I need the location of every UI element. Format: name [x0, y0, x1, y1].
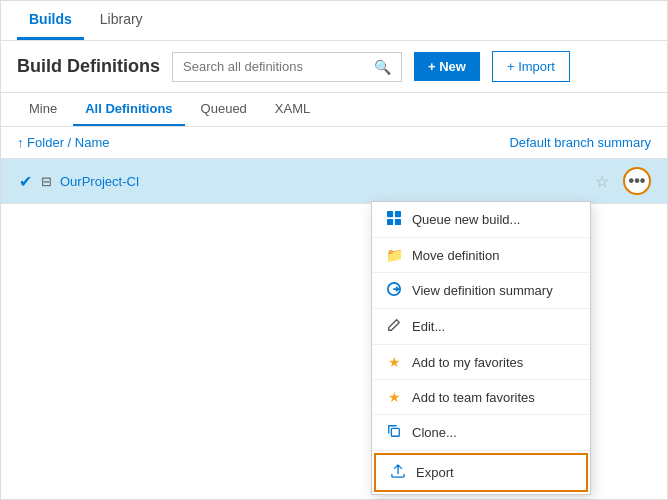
- menu-item-edit[interactable]: Edit...: [372, 309, 590, 345]
- search-input[interactable]: [183, 59, 368, 74]
- page-title: Build Definitions: [17, 56, 160, 77]
- top-tabs: Builds Library: [1, 1, 667, 41]
- tab-mine[interactable]: Mine: [17, 93, 69, 126]
- favorite-star-icon[interactable]: ☆: [595, 172, 609, 191]
- view-summary-icon: [386, 282, 402, 299]
- add-my-favorites-label: Add to my favorites: [412, 355, 523, 370]
- export-icon: [390, 464, 406, 481]
- context-menu: Queue new build... 📁 Move definition Vie…: [371, 201, 591, 495]
- move-definition-icon: 📁: [386, 247, 402, 263]
- edit-label: Edit...: [412, 319, 445, 334]
- clone-label: Clone...: [412, 425, 457, 440]
- tab-queued[interactable]: Queued: [189, 93, 259, 126]
- export-label: Export: [416, 465, 454, 480]
- app-container: Builds Library Build Definitions 🔍 + New…: [0, 0, 668, 500]
- menu-item-queue-build[interactable]: Queue new build...: [372, 202, 590, 238]
- svg-rect-5: [391, 428, 399, 436]
- menu-item-view-summary[interactable]: View definition summary: [372, 273, 590, 309]
- definition-name[interactable]: OurProject-CI: [60, 174, 587, 189]
- add-team-favorites-label: Add to team favorites: [412, 390, 535, 405]
- my-favorites-icon: ★: [386, 354, 402, 370]
- list-area: ✔ ⊟ OurProject-CI ☆ •••: [1, 159, 667, 499]
- clone-icon: [386, 424, 402, 441]
- menu-item-add-my-favorites[interactable]: ★ Add to my favorites: [372, 345, 590, 380]
- tab-builds[interactable]: Builds: [17, 1, 84, 40]
- menu-item-export[interactable]: Export: [374, 453, 588, 492]
- header-row: Build Definitions 🔍 + New + Import: [1, 41, 667, 93]
- team-favorites-icon: ★: [386, 389, 402, 405]
- tab-all-definitions[interactable]: All Definitions: [73, 93, 184, 126]
- tab-library[interactable]: Library: [88, 1, 155, 40]
- edit-icon: [386, 318, 402, 335]
- search-icon: 🔍: [374, 59, 391, 75]
- queue-build-label: Queue new build...: [412, 212, 520, 227]
- new-button[interactable]: + New: [414, 52, 480, 81]
- search-box[interactable]: 🔍: [172, 52, 402, 82]
- menu-item-add-team-favorites[interactable]: ★ Add to team favorites: [372, 380, 590, 415]
- svg-rect-2: [387, 219, 393, 225]
- svg-rect-1: [395, 211, 401, 217]
- sub-tabs: Mine All Definitions Queued XAML: [1, 93, 667, 127]
- checkmark-icon: ✔: [17, 172, 33, 191]
- svg-rect-0: [387, 211, 393, 217]
- import-button[interactable]: + Import: [492, 51, 570, 82]
- more-options-button[interactable]: •••: [623, 167, 651, 195]
- ellipsis-icon: •••: [629, 172, 646, 190]
- menu-item-clone[interactable]: Clone...: [372, 415, 590, 451]
- definition-row: ✔ ⊟ OurProject-CI ☆ •••: [1, 159, 667, 204]
- menu-item-move-definition[interactable]: 📁 Move definition: [372, 238, 590, 273]
- move-definition-label: Move definition: [412, 248, 499, 263]
- svg-rect-3: [395, 219, 401, 225]
- column-headers: ↑ Folder / Name Default branch summary: [1, 127, 667, 159]
- build-definition-icon: ⊟: [41, 174, 52, 189]
- col-folder-name: ↑ Folder / Name: [17, 135, 109, 150]
- tab-xaml[interactable]: XAML: [263, 93, 322, 126]
- queue-build-icon: [386, 211, 402, 228]
- col-branch-summary: Default branch summary: [509, 135, 651, 150]
- view-summary-label: View definition summary: [412, 283, 553, 298]
